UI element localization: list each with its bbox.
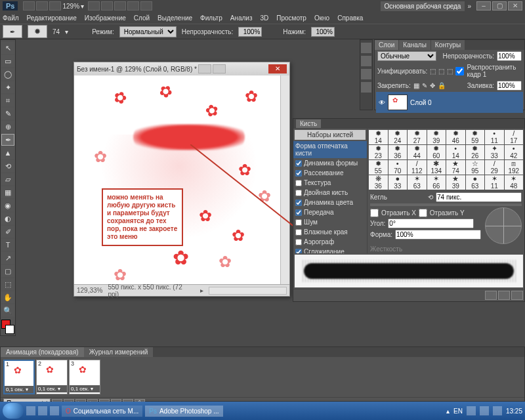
brush-option-checkbox[interactable]	[295, 239, 302, 245]
brush-option-9[interactable]: Аэрограф	[293, 237, 367, 247]
pin-ie-icon[interactable]	[26, 406, 35, 415]
brush-preset[interactable]: ✹39	[427, 130, 446, 144]
doc-min-button[interactable]	[198, 64, 211, 74]
brush-preset[interactable]: ★39	[446, 175, 465, 190]
task-photoshop[interactable]: PsAdobe Photoshop ...	[145, 406, 222, 417]
tab-paths[interactable]: Контуры	[431, 40, 465, 50]
tool-stamp[interactable]: ▲	[1, 147, 14, 159]
collapsed-panels[interactable]	[360, 39, 373, 110]
brush-preset[interactable]: ✶66	[427, 175, 446, 190]
angle-control[interactable]	[485, 207, 522, 244]
task-opera[interactable]: OСоциальная сеть М...	[62, 406, 142, 417]
tool-3d[interactable]: ⬚	[1, 278, 14, 290]
tray-chevron-icon[interactable]: ▴	[446, 408, 450, 415]
tool-hand[interactable]: ✋	[1, 291, 14, 303]
airbrush-icon[interactable]	[340, 26, 350, 37]
canvas[interactable]: ✿ ✿ ✿ ✿ ✿ ✿ ✿ ✿ ✿ ✿ ✿ ✿ можно менять на …	[74, 75, 280, 284]
brush-preset[interactable]: ●63	[466, 175, 484, 190]
chevron-down-icon[interactable]: ▾	[81, 3, 84, 10]
tray-flag-icon[interactable]	[467, 406, 476, 415]
brush-option-checkbox[interactable]	[295, 160, 302, 167]
brush-preset[interactable]: •14	[446, 145, 465, 159]
opacity-field[interactable]	[238, 27, 262, 37]
brush-option-10[interactable]: Сглаживание	[293, 247, 367, 253]
tab-layers[interactable]: Слои	[375, 40, 398, 50]
panel-icon-4[interactable]	[361, 82, 371, 93]
unify-icon-1[interactable]: ⬚	[430, 68, 436, 75]
arrange-icon[interactable]	[127, 1, 139, 10]
menu-file[interactable]: Файл	[3, 14, 19, 22]
tool-blur[interactable]: ◉	[1, 200, 14, 211]
tool-marquee[interactable]: ▭	[1, 55, 14, 67]
flipx-checkbox[interactable]	[370, 209, 379, 217]
doc-max-button[interactable]	[213, 64, 226, 74]
tool-zoom[interactable]: 🔍	[1, 304, 14, 316]
brush-option-2[interactable]: Рассеивание	[293, 168, 367, 178]
brush-panel-toggle-icon[interactable]	[74, 26, 87, 37]
new-brush-icon[interactable]	[498, 291, 510, 300]
view-icon[interactable]	[49, 1, 61, 10]
layer-fill[interactable]	[497, 81, 522, 91]
brush-preset[interactable]: ☆95	[466, 160, 484, 175]
brush-preset[interactable]: ★74	[446, 160, 465, 175]
unify-icon-3[interactable]: ⬚	[447, 68, 453, 75]
brush-preset[interactable]: ✹55	[369, 160, 387, 175]
menu-analysis[interactable]: Анализ	[230, 14, 253, 22]
size-field[interactable]	[436, 192, 522, 202]
tab-brush[interactable]: Кисть	[296, 119, 321, 128]
brush-option-checkbox[interactable]	[295, 170, 302, 177]
tool-history[interactable]: ⟲	[1, 160, 14, 172]
menu-image[interactable]: Изображение	[85, 14, 126, 22]
brush-option-0[interactable]: Форма отпечатка кисти	[293, 141, 367, 158]
panel-icon-3[interactable]	[361, 69, 371, 79]
pin-explorer-icon[interactable]	[38, 406, 47, 415]
tool-move[interactable]: ↖	[1, 42, 14, 54]
doc-scrollbar-v[interactable]	[280, 75, 289, 284]
brush-option-7[interactable]: Шум	[293, 217, 367, 227]
panel-icon-2[interactable]	[361, 56, 371, 66]
brush-preset[interactable]: ✹14	[369, 130, 387, 144]
menu-help[interactable]: Справка	[337, 14, 363, 22]
lock-brush-icon[interactable]: ✎	[422, 82, 427, 89]
animation-frame[interactable]: 30,1 сек. ▾	[69, 360, 100, 394]
tool-brush[interactable]: ✒	[1, 134, 14, 146]
brush-preset[interactable]: ✹27	[408, 130, 426, 144]
doc-zoom[interactable]: 129,33%	[77, 287, 102, 294]
flow-field[interactable]	[311, 27, 335, 37]
brush-preset[interactable]: ✹26	[466, 145, 484, 159]
brush-preset[interactable]: •11	[485, 130, 504, 144]
mb-icon[interactable]	[36, 1, 48, 10]
brush-preset[interactable]: ✱134	[427, 160, 446, 175]
size-slider[interactable]	[370, 203, 522, 206]
brush-tool-icon[interactable]: ✒	[3, 25, 22, 38]
tool-path[interactable]: ↗	[1, 252, 14, 264]
layer-row[interactable]: 👁 Слой 0	[376, 92, 523, 113]
blend-mode-select[interactable]: Нормальный	[119, 26, 177, 37]
brush-preset[interactable]: ✶11	[485, 175, 504, 190]
trash-icon[interactable]	[511, 291, 523, 300]
rotate-icon[interactable]	[114, 1, 126, 10]
tool-gradient[interactable]: ▦	[1, 186, 14, 198]
tool-eraser[interactable]: ▱	[1, 173, 14, 185]
workspace-switcher[interactable]: Основная рабочая среда	[381, 1, 465, 11]
layer-opacity[interactable]	[497, 51, 522, 61]
brush-option-1[interactable]: Динамика формы	[293, 158, 367, 168]
brush-preset[interactable]: ✹36	[388, 145, 408, 159]
brush-option-checkbox[interactable]	[295, 219, 302, 226]
tab-animation[interactable]: Анимация (покадровая)	[1, 347, 84, 357]
pin-player-icon[interactable]	[50, 406, 59, 415]
chevron-double-icon[interactable]: »	[467, 3, 471, 10]
screen-icon[interactable]	[140, 1, 152, 10]
tool-heal[interactable]: ⊕	[1, 121, 14, 133]
menu-window[interactable]: Окно	[314, 14, 329, 22]
menu-edit[interactable]: Редактирование	[27, 14, 77, 22]
tool-eyedropper[interactable]: ✎	[1, 108, 14, 119]
brush-preset[interactable]: ✹23	[369, 145, 387, 159]
brush-option-4[interactable]: Двойная кисть	[293, 188, 367, 198]
doc-info[interactable]: 550 пикс. x 550 пикс. (72 ppi)	[108, 284, 194, 298]
flipy-checkbox[interactable]	[419, 209, 427, 217]
chevron-right-icon[interactable]: ▸	[200, 287, 203, 294]
unify-icon-2[interactable]: ⬚	[438, 68, 444, 75]
menu-view[interactable]: Просмотр	[276, 14, 306, 22]
blend-mode[interactable]: Обычные	[377, 51, 436, 61]
